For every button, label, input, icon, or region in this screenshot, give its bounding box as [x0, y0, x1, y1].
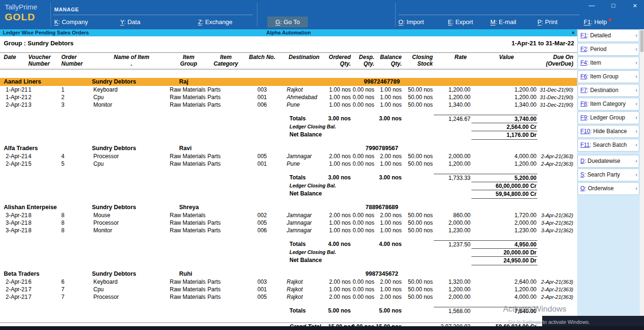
column-header-12: Closing Stock — [403, 54, 434, 67]
sidebar-button-ledger-group[interactable]: F9: Ledger Group‹ — [578, 111, 639, 124]
collapse-chevron-icon: ‹ — [636, 169, 637, 180]
totals-ordered: 3.00 nos — [328, 115, 352, 123]
cell-ordered: 2.00 nos — [328, 212, 352, 219]
sidebar-button-destination[interactable]: F7: Destination‹ — [578, 84, 639, 97]
cell-category: Parts — [207, 219, 244, 227]
sidebar-button-search-batch[interactable]: F11: Search Batch‹ — [578, 139, 639, 152]
menu-print[interactable]: P: Print — [537, 18, 558, 25]
sidebar-button-item-group[interactable]: F6: Item Group‹ — [578, 70, 639, 83]
party-name: Beta Traders — [4, 270, 92, 278]
cell-item: Processor — [93, 293, 170, 301]
close-window-icon[interactable]: × — [628, 1, 642, 10]
menu-e-mail[interactable]: M: E-mail — [490, 18, 516, 25]
cell-dest: Jamnagar — [280, 212, 328, 219]
party-row[interactable]: Aanad LinersSundry DebtorsRaj99872467789 — [0, 78, 577, 86]
menubar-divider — [257, 3, 257, 26]
s-hotkey: S — [580, 171, 584, 178]
item-row[interactable]: 3-Apr-2188ProcessorRaw MaterialsParts005… — [0, 219, 577, 227]
cell-desp: 0.00 nos — [352, 93, 375, 101]
report-close-icon[interactable]: × — [572, 29, 575, 36]
totals-balance: 3.00 nos — [375, 115, 403, 123]
cell-dest: Rajkot — [280, 278, 328, 286]
cell-item: Keyboard — [93, 278, 170, 286]
cell-category: Parts — [207, 152, 244, 160]
goto-button[interactable]: G: Go To — [267, 17, 308, 27]
item-row[interactable]: 3-Apr-2188MonitorRaw MaterialsParts006Ja… — [0, 227, 577, 234]
item-row[interactable]: 2-Apr-2155CpuRaw MaterialsParts001Pune1.… — [0, 160, 577, 168]
sidebar-button-orderwise[interactable]: O: Orderwise‹ — [578, 182, 639, 195]
sidebar-button-detailed[interactable]: F1: Detailed‹ — [578, 29, 639, 42]
cell-voucher: 7 — [28, 286, 61, 293]
cell-dest: Pune — [280, 160, 328, 168]
cell-ordered: 1.00 nos — [328, 286, 352, 293]
cell-voucher: 2 — [28, 93, 61, 101]
party-row[interactable]: Beta TradersSundry DebtorsRuhi9987345672 — [0, 270, 577, 278]
sidebar-button-item[interactable]: F4: Item‹ — [578, 57, 639, 69]
f9-hotkey: F9 — [580, 114, 587, 121]
totals-balance: 3.00 nos — [375, 174, 403, 182]
menu-import[interactable]: O: Import — [398, 18, 424, 25]
totals-ordered: 5.00 nos — [328, 307, 352, 315]
cell-date: 2-Apr-21 — [4, 293, 28, 301]
menubar-underline — [398, 15, 579, 15]
bottom-strip — [0, 326, 644, 330]
cell-date: 2-Apr-21 — [4, 278, 28, 286]
scrollbar[interactable] — [640, 29, 644, 330]
item-row[interactable]: 2-Apr-2177ProcessorRaw MaterialsParts005… — [0, 293, 577, 301]
column-header-1: Date — [4, 54, 28, 67]
sidebar-button-hide-balance[interactable]: F10: Hide Balance‹ — [578, 125, 639, 138]
collapse-chevron-icon: ‹ — [636, 126, 637, 137]
cell-rate: 860.00 — [434, 212, 471, 219]
sidebar-button-period[interactable]: F2: Period‹ — [578, 43, 639, 56]
f11-hotkey: F11 — [580, 142, 590, 148]
cell-desp: 0.00 nos — [352, 101, 375, 109]
cell-balance: 2.00 nos — [375, 278, 403, 286]
cell-voucher: 8 — [28, 227, 61, 234]
cell-item: Keyboard — [93, 86, 170, 93]
menu-exchange[interactable]: Z: Exchange — [198, 18, 232, 25]
menu-help[interactable]: F1: Help — [584, 18, 611, 25]
item-row[interactable]: 1-Apr-2111KeyboardRaw MaterialsParts003R… — [0, 86, 577, 93]
cell-rate: 1,340.00 — [434, 101, 471, 109]
item-row[interactable]: 2-Apr-2133MonitorRaw MaterialsParts006Pu… — [0, 101, 577, 109]
item-row[interactable]: 2-Apr-2144ProcessorRaw MaterialsParts005… — [0, 152, 577, 160]
item-row[interactable]: 2-Apr-2177CpuRaw MaterialsParts001Rajkot… — [0, 286, 577, 293]
party-ledger-group: Sundry Debtors — [92, 270, 170, 278]
cell-dest: Jamnagar — [280, 152, 328, 160]
cell-balance: 1.00 nos — [375, 160, 403, 168]
cell-ordered: 1.00 nos — [328, 219, 352, 227]
menu-data[interactable]: Y: Data — [120, 18, 140, 25]
closing-label: Ledger Closing Bal. — [280, 248, 328, 257]
cell-value: 1,200.00 — [471, 93, 537, 101]
ledger-closing-row: Ledger Closing Bal.60,00,000.00 Cr — [0, 182, 577, 190]
menu-export[interactable]: E: Export — [448, 18, 473, 25]
f10-hotkey: F10 — [580, 128, 590, 135]
collapse-chevron-icon: ‹ — [636, 71, 637, 82]
cell-category: Parts — [207, 286, 244, 293]
cell-date: 3-Apr-21 — [4, 219, 28, 227]
cell-item: Processor — [93, 152, 170, 160]
item-row[interactable]: 2-Apr-2166KeyboardRaw MaterialsParts003R… — [0, 278, 577, 286]
f4-hotkey: F4 — [580, 59, 587, 66]
party-row[interactable]: Alfa TradersSundry DebtorsRavi7990789567 — [0, 144, 577, 152]
menu-company[interactable]: K: Company — [54, 18, 88, 25]
sidebar-button-item-category[interactable]: F8: Item Category‹ — [578, 98, 639, 110]
maximize-icon[interactable]: □ — [606, 1, 620, 10]
app-logo: TallyPrime GOLD — [5, 3, 37, 22]
item-row[interactable]: 3-Apr-2188MouseRaw Materials002Jamnagar2… — [0, 212, 577, 219]
cell-due: 3-Apr-21(362) — [537, 212, 574, 219]
sidebar-button-search-party[interactable]: S: Search Party‹ — [578, 169, 639, 181]
cell-value: 4,000.00 — [471, 293, 537, 301]
party-contact: Ruhi — [179, 270, 192, 278]
column-header-15: Due On (OverDue) — [537, 54, 574, 67]
cell-rate: 1,200.00 — [434, 160, 471, 168]
cell-voucher: 1 — [28, 86, 61, 93]
party-row[interactable]: Alishan EnterpeiseSundry DebtorsShreya78… — [0, 203, 577, 212]
item-row[interactable]: 1-Apr-2122CpuRaw MaterialsParts001Ahmeda… — [0, 93, 577, 101]
cell-balance: 2.00 nos — [375, 152, 403, 160]
top-menubar: TallyPrime GOLD MANAGE K: CompanyY: Data… — [0, 0, 644, 29]
scrollbar-thumb[interactable] — [640, 30, 644, 52]
minimize-icon[interactable]: — — [585, 1, 599, 10]
cell-voucher: 8 — [28, 219, 61, 227]
sidebar-button-duedatewise[interactable]: D: Duedatewise‹ — [578, 155, 639, 168]
